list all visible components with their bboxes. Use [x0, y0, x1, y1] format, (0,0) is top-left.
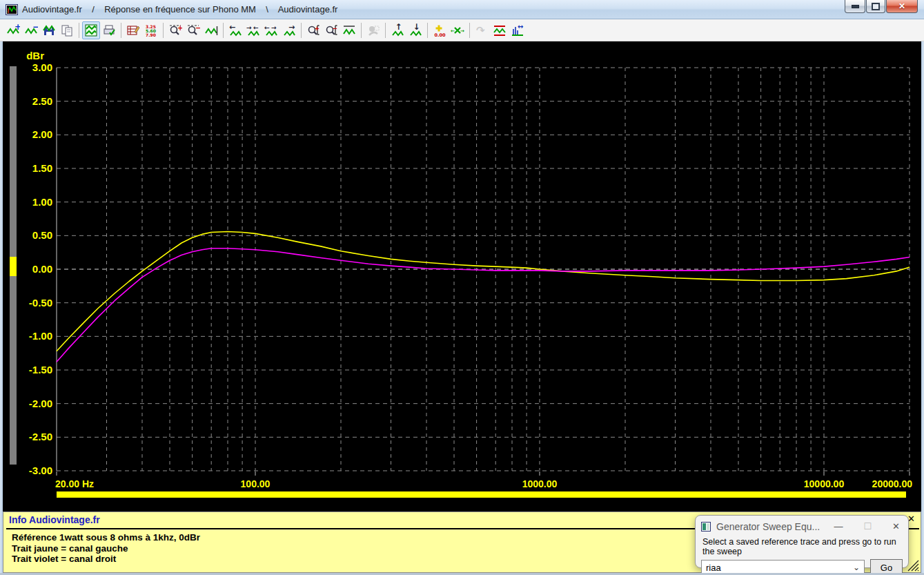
svg-text:20000.00: 20000.00: [872, 478, 913, 489]
fit-trace-button[interactable]: [202, 21, 220, 39]
pan-right-icon: →: [282, 23, 296, 37]
shift-down-icon: ↓: [409, 23, 422, 37]
horizontal-gridlines: [57, 68, 910, 471]
zoom-in-y-icon: +: [306, 23, 320, 37]
zoom-in-x-button[interactable]: +: [166, 21, 184, 39]
toolbar-separator: [163, 23, 164, 38]
info-line-right-channel: Trait violet = canal droit: [12, 554, 200, 565]
compress-x-icon: →←: [246, 23, 260, 37]
save-trace-button[interactable]: [40, 21, 58, 39]
svg-text:←: ←: [451, 28, 455, 34]
svg-text:7.90: 7.90: [146, 32, 156, 37]
sweep-settings-button[interactable]: ↔: [509, 21, 527, 39]
limit-lines-button[interactable]: [491, 21, 509, 39]
x-axis-labels: 20.00 Hz100.001000.0010000.0020000.00: [55, 471, 912, 489]
svg-text:+: +: [177, 24, 182, 32]
svg-text:→: →: [246, 24, 252, 31]
autoscale-y-button[interactable]: [340, 21, 358, 39]
dialog-maximize-icon: ☐: [863, 521, 872, 532]
zoom-out-x-icon: −: [186, 23, 200, 37]
generator-sweep-dialog: Generator Sweep Equ... — ☐ ✕ Select a sa…: [695, 515, 909, 568]
toolbar-separator: [427, 23, 428, 38]
svg-text:−: −: [195, 24, 200, 32]
svg-text:↔: ↔: [518, 23, 523, 30]
svg-text:+: +: [14, 23, 20, 32]
value-list-button[interactable]: 3.255.607.90: [142, 21, 160, 39]
value-list-icon: 3.255.607.90: [144, 23, 158, 37]
marker-clear-button[interactable]: ←→: [449, 21, 466, 39]
info-panel-title: Info Audiovintage.fr: [9, 514, 100, 525]
toolbar-separator: [361, 23, 362, 38]
svg-text:1.00: 1.00: [32, 196, 52, 208]
svg-text:0.00: 0.00: [32, 263, 52, 275]
repeat-sweep-button: ↷: [473, 21, 491, 39]
svg-text:0.00: 0.00: [435, 32, 446, 37]
dialog-titlebar: Generator Sweep Equ... — ☐ ✕: [696, 516, 908, 535]
y-axis-unit: dBr: [26, 50, 44, 61]
sweep-settings-icon: ↔: [511, 23, 524, 37]
pan-left-button[interactable]: ←: [226, 21, 244, 39]
svg-text:−: −: [32, 23, 38, 32]
print-graph-button[interactable]: [100, 21, 118, 39]
dialog-minimize-icon[interactable]: —: [834, 521, 843, 532]
zoom-out-y-button[interactable]: −: [322, 21, 340, 39]
svg-text:-2.00: -2.00: [29, 398, 52, 409]
svg-text:-1.50: -1.50: [29, 364, 52, 376]
window-title: Audiovintage.fr / Réponse en fréquence s…: [22, 4, 337, 14]
svg-text:100.00: 100.00: [241, 478, 271, 489]
svg-text:-2.50: -2.50: [29, 431, 52, 442]
pan-left-icon: ←: [228, 23, 242, 37]
svg-text:20.00 Hz: 20.00 Hz: [55, 478, 94, 489]
compress-x-button[interactable]: →←: [244, 21, 262, 39]
trace-left-channel: [57, 232, 910, 351]
toolbar-separator: [301, 23, 302, 38]
svg-text:-1.00: -1.00: [29, 330, 52, 342]
toolbar: +−3.255.607.90+−←→←←→→+−↑↓0.00←→↷↔: [0, 19, 924, 41]
marker-add-icon: 0.00: [433, 23, 446, 37]
dialog-close-icon[interactable]: ✕: [892, 521, 900, 532]
svg-text:-3.00: -3.00: [29, 465, 52, 476]
show-graph-icon: [84, 23, 98, 37]
copy-trace-button[interactable]: [58, 21, 76, 39]
window-border-left: [0, 41, 3, 575]
autoscale-y-icon: [342, 23, 356, 37]
copy-trace-icon: [60, 23, 74, 37]
shift-up-icon: ↑: [391, 23, 404, 37]
save-trace-icon: [42, 23, 56, 37]
svg-text:←: ←: [229, 23, 235, 32]
minimize-button[interactable]: [845, 0, 865, 13]
zoom-out-x-button[interactable]: −: [184, 21, 202, 39]
svg-text:1000.00: 1000.00: [522, 478, 558, 489]
svg-text:2.50: 2.50: [32, 95, 52, 107]
edit-values-icon: [126, 23, 140, 37]
expand-x-button[interactable]: ←→: [262, 21, 280, 39]
trace-right-channel: [57, 248, 910, 362]
zoom-in-y-button[interactable]: +: [304, 21, 322, 39]
toolbar-separator: [121, 23, 121, 38]
info-line-reference: Référence 1watt sous 8 ohms à 1khz, 0dBr: [12, 532, 200, 543]
restore-icon: [872, 3, 880, 10]
minimize-icon: [852, 5, 859, 8]
close-button[interactable]: ✕: [886, 0, 918, 13]
pan-right-button[interactable]: →: [280, 21, 298, 39]
subtract-trace-button[interactable]: −: [22, 21, 40, 39]
close-icon: ✕: [898, 1, 905, 11]
edit-values-button[interactable]: [124, 21, 142, 39]
chart-canvas: dBr3.002.502.001.501.000.500.00-0.50-1.0…: [0, 41, 924, 511]
restore-button[interactable]: [866, 0, 885, 13]
svg-text:←: ←: [264, 24, 270, 31]
window-titlebar: Audiovintage.fr / Réponse en fréquence s…: [0, 0, 924, 19]
svg-text:↷: ↷: [476, 24, 485, 37]
shift-down-button[interactable]: ↓: [406, 21, 424, 39]
marker-add-button[interactable]: 0.00: [431, 21, 449, 39]
svg-text:1.50: 1.50: [32, 162, 52, 174]
dialog-instruction: Select a saved reference trace and press…: [696, 535, 908, 559]
svg-text:+: +: [315, 24, 320, 31]
show-graph-button[interactable]: [82, 21, 100, 39]
toolbar-separator: [469, 23, 470, 38]
svg-text:→: →: [271, 24, 277, 31]
svg-text:←: ←: [253, 24, 259, 31]
shift-up-button[interactable]: ↑: [389, 21, 406, 39]
add-trace-button[interactable]: +: [4, 21, 22, 39]
y-axis-labels: dBr3.002.502.001.501.000.500.00-0.50-1.0…: [26, 50, 52, 476]
